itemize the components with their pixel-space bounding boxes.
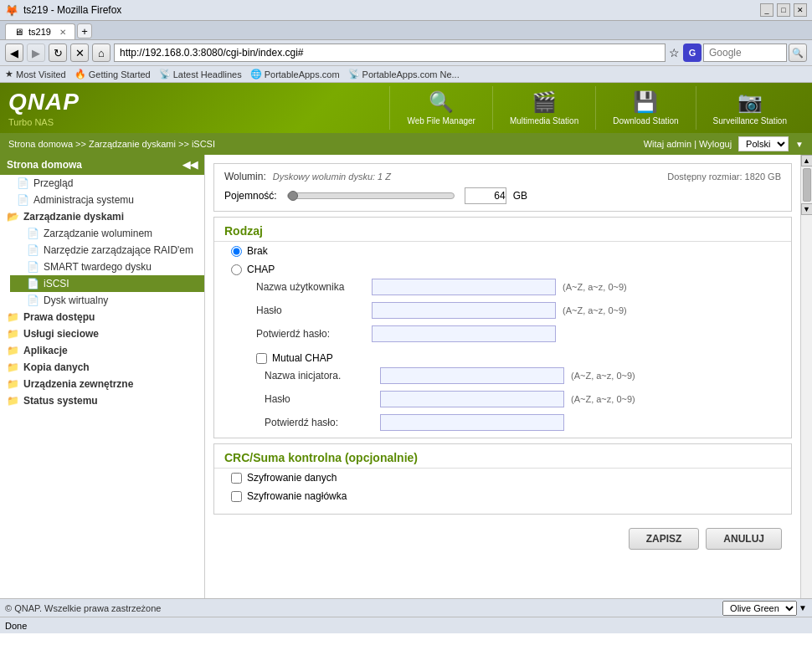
theme-selector-area: Olive Green Blue Classic ▼ xyxy=(722,601,807,616)
chap-field-username: Nazwa użytkownika (A~Z, a~z, 0~9) xyxy=(256,279,791,295)
mutual-initiator-input[interactable] xyxy=(380,367,564,384)
volume-row: Wolumin: Dyskowy wolumin dysku: 1 Z Dost… xyxy=(224,171,781,182)
sidebar-title: Strona domowa xyxy=(7,159,82,171)
minimize-btn[interactable]: _ xyxy=(760,3,773,17)
chap-confirm-input[interactable] xyxy=(372,325,556,342)
search-input[interactable] xyxy=(703,44,787,62)
bookmark-portableapps-ne[interactable]: 📡 PortableApps.com Ne... xyxy=(348,69,460,79)
chap-username-label: Nazwa użytkownika xyxy=(256,281,365,293)
browser-titlebar: 🦊 ts219 - Mozilla Firefox _ □ ✕ xyxy=(0,0,812,21)
radio-brak-row: Brak xyxy=(214,242,791,260)
volume-label: Wolumin: xyxy=(224,171,266,182)
sidebar-item-raid[interactable]: 📄 Narzędzie zarządzające RAID'em xyxy=(10,242,204,259)
nav-download-station[interactable]: 💾 Download Station xyxy=(595,86,695,130)
capacity-label: Pojemność: xyxy=(224,190,277,202)
radio-chap[interactable] xyxy=(231,264,242,275)
stop-btn[interactable]: ✕ xyxy=(70,44,89,62)
radio-chap-row: CHAP xyxy=(214,260,791,279)
web-file-manager-icon: 🔍 xyxy=(429,90,454,114)
nav-surveillance-station[interactable]: 📷 Surveillance Station xyxy=(696,86,804,130)
crc-data-label: Szyfrowanie danych xyxy=(247,472,337,484)
tab-ts219[interactable]: 🖥 ts219 ✕ xyxy=(5,23,75,39)
radio-brak[interactable] xyxy=(231,246,242,257)
app-body: Strona domowa ◀◀ 📄 Przegląd 📄 Administra… xyxy=(0,155,812,598)
tab-close-icon[interactable]: ✕ xyxy=(59,28,66,37)
restore-btn[interactable]: □ xyxy=(777,3,790,17)
sidebar-sub-zarzadzanie: 📄 Zarządzanie woluminem 📄 Narzędzie zarz… xyxy=(0,225,204,309)
qnap-header: QNAP Turbo NAS 🔍 Web File Manager 🎬 Mult… xyxy=(0,83,812,133)
bookmark-fire-icon: 🔥 xyxy=(75,69,86,79)
home-btn[interactable]: ⌂ xyxy=(92,44,110,62)
chap-password-label: Hasło xyxy=(256,305,365,316)
bookmark-feed2-icon: 📡 xyxy=(348,69,360,79)
sidebar-item-iscsi[interactable]: 📄 iSCSI xyxy=(10,275,204,292)
multimedia-station-icon: 🎬 xyxy=(532,90,557,114)
sidebar-group-urzadzenia[interactable]: 📁 Urządzenia zewnętrzne xyxy=(0,376,204,392)
sidebar-collapse-icon[interactable]: ◀◀ xyxy=(182,159,198,171)
sidebar-item-smart[interactable]: 📄 SMART twardego dysku xyxy=(10,259,204,275)
theme-select[interactable]: Olive Green Blue Classic xyxy=(722,601,797,616)
slider-track[interactable] xyxy=(287,192,455,199)
status-text: Done xyxy=(5,621,27,631)
slider-thumb[interactable] xyxy=(288,191,298,201)
favicon-star[interactable]: ☆ xyxy=(669,46,680,59)
scrollbar-up-btn[interactable]: ▲ xyxy=(801,155,813,166)
chap-password-input[interactable] xyxy=(372,302,556,319)
sidebar-item-admin[interactable]: 📄 Administracja systemu xyxy=(0,192,204,208)
forward-btn[interactable]: ▶ xyxy=(27,44,45,62)
refresh-btn[interactable]: ↻ xyxy=(49,44,67,62)
close-btn[interactable]: ✕ xyxy=(794,3,807,17)
dyski-folder-icon: 📂 xyxy=(7,211,19,223)
chap-field-confirm: Potwierdź hasło: xyxy=(256,325,791,342)
status-bar: Done xyxy=(0,617,812,633)
sidebar-group-prawa[interactable]: 📁 Prawa dostępu xyxy=(0,309,204,325)
bookmark-most-visited[interactable]: ★ Most Visited xyxy=(5,69,66,79)
bookmark-portableapps[interactable]: 🌐 PortableApps.com xyxy=(250,69,340,79)
lang-arrow-icon: ▼ xyxy=(795,140,804,149)
main-content: Wolumin: Dyskowy wolumin dysku: 1 Z Dost… xyxy=(205,155,800,598)
mutual-chap-checkbox[interactable] xyxy=(256,353,267,364)
volume-value: Dyskowy wolumin dysku: 1 Z xyxy=(273,172,391,182)
language-select[interactable]: Polski xyxy=(738,136,789,151)
url-bar[interactable] xyxy=(114,44,666,62)
sidebar-group-aplikacje[interactable]: 📁 Aplikacje xyxy=(0,342,204,359)
scrollbar-down-btn[interactable]: ▼ xyxy=(801,203,813,215)
mutual-password-input[interactable] xyxy=(380,391,564,407)
mutual-field-initiator: Nazwa inicjatora. (A~Z, a~z, 0~9) xyxy=(265,367,791,384)
crc-option-header: Szyfrowanie nagłówka xyxy=(214,487,791,505)
mutual-field-confirm: Potwierdź hasło: xyxy=(265,414,791,431)
back-btn[interactable]: ◀ xyxy=(5,44,23,62)
crc-header-checkbox[interactable] xyxy=(231,491,242,502)
crc-data-checkbox[interactable] xyxy=(231,473,242,484)
status-folder-icon: 📁 xyxy=(7,395,19,407)
save-button[interactable]: ZAPISZ xyxy=(629,528,700,550)
scrollbar-thumb[interactable] xyxy=(803,168,811,202)
sidebar-item-dysk-wirtualny[interactable]: 📄 Dysk wirtualny xyxy=(10,292,204,309)
button-row: ZAPISZ ANULUJ xyxy=(213,520,792,558)
bookmarks-bar: ★ Most Visited 🔥 Getting Started 📡 Lates… xyxy=(0,66,812,83)
sidebar-group-status[interactable]: 📁 Status systemu xyxy=(0,392,204,409)
bookmark-latest-headlines[interactable]: 📡 Latest Headlines xyxy=(159,69,242,79)
sidebar-item-przeglad[interactable]: 📄 Przegląd xyxy=(0,175,204,192)
copyright-text: © QNAP. Wszelkie prawa zastrzeżone xyxy=(5,603,161,613)
nav-multimedia-station[interactable]: 🎬 Multimedia Station xyxy=(492,86,595,130)
content-wrapper: Wolumin: Dyskowy wolumin dysku: 1 Z Dost… xyxy=(205,155,812,598)
nav-web-file-manager[interactable]: 🔍 Web File Manager xyxy=(389,86,492,130)
sidebar-group-uslugi[interactable]: 📁 Usługi sieciowe xyxy=(0,325,204,342)
mutual-field-password: Hasło (A~Z, a~z, 0~9) xyxy=(265,391,791,407)
capacity-input[interactable] xyxy=(465,187,506,204)
chap-username-hint: (A~Z, a~z, 0~9) xyxy=(563,282,627,292)
mutual-initiator-label: Nazwa inicjatora. xyxy=(265,370,373,382)
mutual-confirm-input[interactable] xyxy=(380,414,564,431)
tab-favicon: 🖥 xyxy=(14,27,23,37)
bookmark-getting-started[interactable]: 🔥 Getting Started xyxy=(75,69,151,79)
sidebar-group-kopia[interactable]: 📁 Kopia danych xyxy=(0,359,204,376)
search-btn[interactable]: 🔍 xyxy=(789,44,807,62)
admin-icon: 📄 xyxy=(17,194,29,206)
cancel-button[interactable]: ANULUJ xyxy=(706,528,782,550)
sidebar-group-dyski[interactable]: 📂 Zarządzanie dyskami xyxy=(0,208,204,225)
new-tab-btn[interactable]: + xyxy=(77,23,92,38)
mutual-initiator-hint: (A~Z, a~z, 0~9) xyxy=(571,371,635,381)
chap-username-input[interactable] xyxy=(372,279,556,295)
sidebar-item-wolumen[interactable]: 📄 Zarządzanie woluminem xyxy=(10,225,204,242)
